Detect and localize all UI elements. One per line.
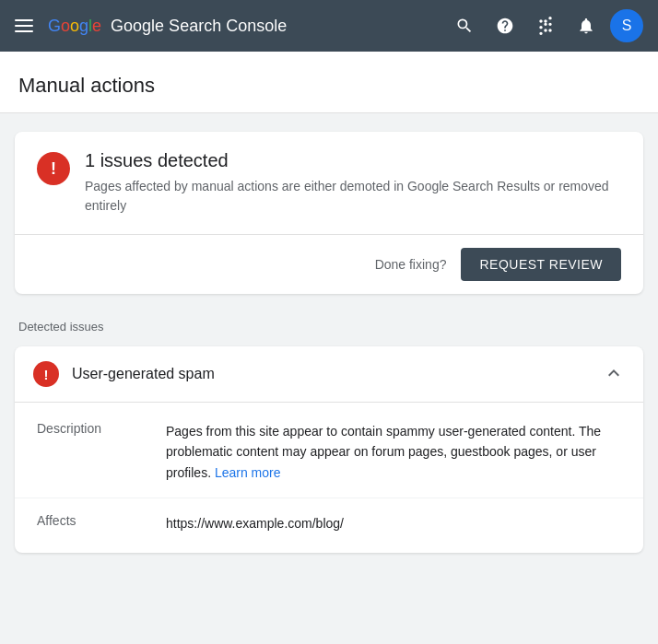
request-review-button[interactable]: REQUEST REVIEW: [461, 248, 621, 281]
issues-actions: Done fixing? REQUEST REVIEW: [15, 235, 643, 294]
issue-card: ! User-generated spam Description Pages …: [15, 346, 643, 553]
affects-label: Affects: [37, 513, 129, 533]
top-nav: Google Google Search Console S: [0, 0, 658, 52]
issue-title: User-generated spam: [72, 366, 215, 382]
notifications-icon[interactable]: [570, 9, 603, 42]
affects-value: https://www.example.com/blog/: [166, 513, 621, 533]
hamburger-menu[interactable]: [15, 19, 33, 32]
app-logo: Google Google Search Console: [48, 17, 433, 36]
main-content: ! 1 issues detected Pages affected by ma…: [0, 113, 658, 571]
error-icon: !: [37, 152, 70, 185]
issues-summary-card: ! 1 issues detected Pages affected by ma…: [15, 132, 643, 294]
description-value: Pages from this site appear to contain s…: [166, 421, 621, 483]
chevron-up-icon: [603, 362, 625, 387]
done-fixing-label: Done fixing?: [375, 257, 447, 272]
affects-row: Affects https://www.example.com/blog/: [15, 498, 643, 548]
issue-error-icon: !: [33, 361, 59, 387]
page-header: Manual actions: [0, 52, 658, 113]
issues-text: 1 issues detected Pages affected by manu…: [85, 150, 621, 216]
nav-icons: S: [448, 9, 643, 42]
logo-google-text: Google: [48, 17, 101, 36]
description-label: Description: [37, 421, 129, 483]
issues-summary-section: ! 1 issues detected Pages affected by ma…: [15, 132, 643, 235]
issues-description: Pages affected by manual actions are eit…: [85, 177, 621, 216]
detected-issues-label: Detected issues: [15, 312, 643, 341]
apps-icon[interactable]: [529, 9, 562, 42]
issues-count-heading: 1 issues detected: [85, 150, 621, 171]
issue-header[interactable]: ! User-generated spam: [15, 346, 643, 403]
learn-more-link[interactable]: Learn more: [215, 465, 281, 480]
affects-url: https://www.example.com/blog/: [166, 516, 344, 531]
description-row: Description Pages from this site appear …: [15, 406, 643, 498]
help-icon[interactable]: [488, 9, 522, 42]
logo-product-name: Google Search Console: [111, 17, 287, 36]
search-icon[interactable]: [448, 9, 481, 42]
issue-details: Description Pages from this site appear …: [15, 403, 643, 553]
issue-header-left: ! User-generated spam: [33, 361, 215, 387]
page-title: Manual actions: [18, 74, 640, 98]
user-avatar[interactable]: S: [610, 9, 643, 42]
